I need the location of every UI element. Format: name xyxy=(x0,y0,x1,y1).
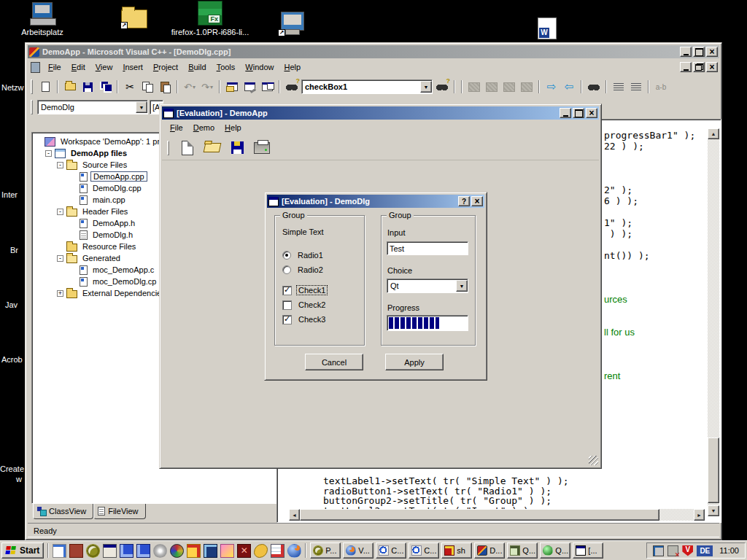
start-button[interactable]: Start xyxy=(1,542,44,559)
indent-left-icon[interactable] xyxy=(611,79,627,94)
scroll-right-icon[interactable] xyxy=(694,509,705,521)
mdi-close-button[interactable] xyxy=(706,62,718,72)
checkbox-icon[interactable] xyxy=(282,300,292,310)
search-icon[interactable] xyxy=(284,79,300,94)
quick-launch-icon[interactable] xyxy=(237,544,251,558)
desktop-icon-my-computer[interactable]: Arbeitsplatz xyxy=(15,2,70,36)
redo-icon[interactable] xyxy=(199,79,215,94)
chevron-down-icon[interactable] xyxy=(456,280,468,292)
quick-launch-icon[interactable] xyxy=(86,544,100,558)
task-button[interactable]: P... xyxy=(310,542,341,559)
radio-button-icon[interactable] xyxy=(282,265,291,274)
menu-item[interactable]: Project xyxy=(148,60,183,74)
object-combo[interactable]: DemoDlg xyxy=(37,100,148,114)
wizardbar-action-3-icon[interactable] xyxy=(501,79,517,94)
desktop-icon-label[interactable]: Netzw xyxy=(1,83,24,92)
tab-fileview[interactable]: FileView xyxy=(93,504,145,519)
menu-item[interactable]: File xyxy=(165,120,188,135)
print-icon[interactable] xyxy=(252,139,271,158)
tree-expander-icon[interactable]: - xyxy=(45,150,52,157)
chevron-down-icon[interactable] xyxy=(420,81,432,93)
desktop-icon-firefox-archive[interactable]: firefox-1.0PR-i686-li... xyxy=(182,1,238,36)
desktop-icon-label[interactable]: w xyxy=(16,475,22,483)
tree-expander-icon[interactable]: - xyxy=(57,255,63,262)
task-button[interactable]: C... xyxy=(376,542,406,559)
close-button[interactable] xyxy=(706,47,718,57)
tree-expander-icon[interactable]: - xyxy=(57,209,63,215)
antivirus-shield-icon[interactable] xyxy=(682,545,693,556)
quick-launch-icon[interactable] xyxy=(103,544,117,558)
desktop-icon-display[interactable] xyxy=(264,12,320,35)
cancel-button[interactable]: Cancel xyxy=(305,354,363,370)
chevron-down-icon[interactable] xyxy=(136,101,147,113)
task-button[interactable]: C... xyxy=(409,542,439,559)
output-toggle-icon[interactable] xyxy=(241,79,258,94)
choice-combo[interactable]: Qt xyxy=(387,279,468,293)
task-button[interactable]: V... xyxy=(343,542,374,559)
indent-right-icon[interactable] xyxy=(628,79,644,94)
task-button[interactable]: Q... xyxy=(507,542,538,559)
new-file-icon[interactable] xyxy=(37,79,53,94)
toolbar-handle[interactable] xyxy=(31,79,33,94)
scroll-left-icon[interactable] xyxy=(289,509,300,521)
scroll-up-icon[interactable] xyxy=(708,128,719,139)
quick-launch-icon[interactable] xyxy=(220,544,234,558)
eval-titlebar[interactable]: [Evaluation] - DemoApp xyxy=(162,106,599,120)
quick-launch-icon[interactable] xyxy=(69,544,83,558)
radio-button-icon[interactable] xyxy=(282,251,291,260)
checkbox-option[interactable]: Check3 xyxy=(282,312,327,327)
checkbox-icon[interactable] xyxy=(282,286,292,295)
quick-launch-icon[interactable] xyxy=(287,544,301,558)
network-computer-icon[interactable] xyxy=(653,545,664,556)
find-in-files-icon[interactable] xyxy=(434,79,450,94)
task-button[interactable]: D... xyxy=(474,542,505,559)
mdi-minimize-button[interactable] xyxy=(680,62,692,72)
menu-item[interactable]: File xyxy=(43,60,66,74)
quick-launch-icon[interactable] xyxy=(153,544,167,558)
help-button[interactable] xyxy=(458,196,470,206)
horizontal-scrollbar-thumb[interactable] xyxy=(300,509,659,521)
next-arrow-icon[interactable] xyxy=(543,79,560,94)
desktop-icon-label[interactable]: Acrob xyxy=(1,355,23,364)
menu-item[interactable]: Tools xyxy=(212,60,241,74)
radio-option[interactable]: Radio1 xyxy=(282,248,325,262)
mdi-restore-button[interactable] xyxy=(693,62,705,72)
tab-classview[interactable]: ClassView xyxy=(33,504,93,519)
wizardbar-action-4-icon[interactable] xyxy=(519,79,535,94)
wizardbar-action-1-icon[interactable] xyxy=(466,79,482,94)
scroll-down-icon[interactable] xyxy=(708,505,719,516)
menu-item[interactable]: Help xyxy=(279,60,306,74)
menu-item[interactable]: Help xyxy=(220,120,247,135)
menu-item[interactable]: View xyxy=(90,60,118,74)
desktop-icon-word[interactable] xyxy=(519,18,575,39)
checkbox-icon[interactable] xyxy=(282,315,292,324)
dialog-titlebar[interactable]: [Evaluation] - DemoDlg xyxy=(267,195,484,208)
new-document-icon[interactable] xyxy=(178,139,197,158)
minimize-button[interactable] xyxy=(680,47,692,57)
radio-option[interactable]: Radio2 xyxy=(282,262,325,277)
resize-grip[interactable] xyxy=(589,456,598,465)
task-button[interactable]: sh xyxy=(441,542,472,559)
menu-item[interactable]: Demo xyxy=(188,120,220,135)
keyboard-layout-badge[interactable]: DE xyxy=(697,545,713,556)
save-icon[interactable] xyxy=(80,79,96,94)
minimize-button[interactable] xyxy=(560,108,571,118)
checkbox-option[interactable]: Check1 xyxy=(282,283,327,298)
input-field[interactable] xyxy=(387,241,468,255)
wizardbar-action-2-icon[interactable] xyxy=(484,79,500,94)
menu-item[interactable]: Build xyxy=(183,60,211,74)
vertical-scrollbar[interactable] xyxy=(708,128,719,516)
find-icon[interactable] xyxy=(586,79,602,94)
menu-item[interactable]: Window xyxy=(240,60,279,74)
workspace-toggle-icon[interactable] xyxy=(224,79,240,94)
task-button[interactable]: Q... xyxy=(540,542,570,559)
horizontal-scrollbar[interactable] xyxy=(289,509,705,521)
tray-clock[interactable]: 11:00 xyxy=(716,546,739,555)
close-button[interactable] xyxy=(586,108,597,118)
quick-launch-icon[interactable] xyxy=(204,544,217,558)
paste-icon[interactable] xyxy=(157,79,173,94)
maximize-button[interactable] xyxy=(573,108,584,118)
toolbar-handle[interactable] xyxy=(31,100,33,114)
undo-icon[interactable] xyxy=(182,79,198,94)
menu-item[interactable]: Insert xyxy=(117,60,148,74)
